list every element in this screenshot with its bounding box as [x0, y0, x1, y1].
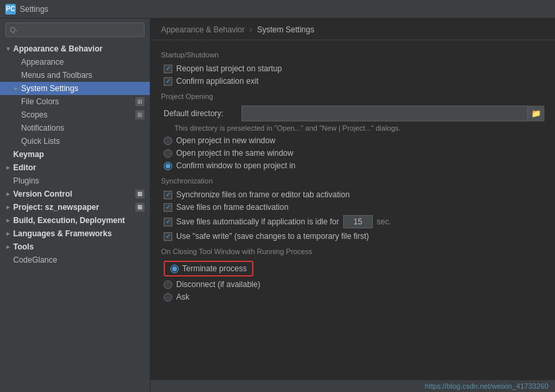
- sidebar-item-scopes[interactable]: Scopes ⊞: [0, 108, 150, 121]
- confirm-window-label: Confirm window to open project in: [176, 161, 296, 170]
- sidebar-item-tools[interactable]: ► Tools: [0, 240, 150, 253]
- save-frame-checkbox[interactable]: [164, 203, 172, 212]
- directory-input-wrap: 📁: [242, 106, 544, 121]
- sidebar-item-quick-lists[interactable]: Quick Lists: [0, 135, 150, 148]
- sidebar-item-keymap[interactable]: Keymap: [0, 148, 150, 161]
- ask-label: Ask: [176, 292, 189, 302]
- sidebar-item-version-control[interactable]: ► Version Control ⊞: [0, 187, 150, 201]
- safe-write-label: Use "safe write" (save changes to a temp…: [176, 232, 369, 241]
- terminate-process-radio[interactable]: [170, 265, 179, 273]
- directory-hint: This directory is preselected in "Open..…: [174, 124, 544, 132]
- search-box[interactable]: Q-: [5, 22, 145, 37]
- ask-row: Ask: [161, 292, 544, 302]
- synchronization-section: Synchronization Synchronize files on fra…: [161, 177, 544, 241]
- save-frame-row: Save files on frame deactivation: [161, 203, 544, 212]
- browse-button[interactable]: 📁: [527, 106, 544, 121]
- sidebar-item-menus-toolbars[interactable]: Menus and Toolbars: [0, 69, 150, 82]
- project-badge: ⊞: [135, 203, 145, 212]
- sidebar-item-system-settings[interactable]: ► System Settings: [0, 82, 150, 95]
- sidebar-item-codeglance[interactable]: CodeGlance: [0, 253, 150, 267]
- save-frame-label: Save files on frame deactivation: [176, 203, 288, 212]
- sync-frame-row: Synchronize files on frame or editor tab…: [161, 190, 544, 199]
- default-directory-label: Default directory:: [164, 109, 236, 118]
- confirm-exit-checkbox[interactable]: [164, 77, 172, 86]
- collapse-arrow: ▼: [5, 46, 13, 52]
- startup-shutdown-section: Startup/Shutdown Reopen last project on …: [161, 51, 544, 86]
- app-icon: PC: [5, 4, 16, 15]
- project-opening-section: Project Opening Default directory: 📁 Thi…: [161, 92, 544, 170]
- version-control-badge: ⊞: [135, 189, 145, 199]
- search-input[interactable]: [20, 25, 140, 34]
- open-new-window-row: Open project in new window: [161, 136, 544, 145]
- sidebar-item-project[interactable]: ► Project: sz_newspaper ⊞: [0, 201, 150, 214]
- confirm-window-radio[interactable]: [164, 162, 172, 170]
- bottom-url-bar: https://blog.csdn.net/weixin_41733260: [150, 379, 555, 392]
- sidebar-item-notifications[interactable]: Notifications: [0, 121, 150, 135]
- save-idle-label: Save files automatically if application …: [176, 217, 339, 226]
- sidebar-item-languages-frameworks[interactable]: ► Languages & Frameworks: [0, 227, 150, 240]
- terminate-process-label: Terminate process: [182, 264, 247, 273]
- open-same-window-label: Open project in the same window: [176, 148, 293, 158]
- file-colors-badge: ⊞: [135, 97, 145, 106]
- default-directory-row: Default directory: 📁: [161, 106, 544, 121]
- folder-icon: 📁: [531, 109, 541, 118]
- reopen-last-row: Reopen last project on startup: [161, 64, 544, 73]
- bottom-url-text: https://blog.csdn.net/weixin_41733260: [425, 382, 548, 390]
- safe-write-checkbox[interactable]: [164, 232, 172, 241]
- title-bar: PC Settings: [0, 0, 555, 18]
- synchronization-title: Synchronization: [161, 177, 544, 185]
- sidebar-item-plugins[interactable]: Plugins: [0, 174, 150, 187]
- sidebar-item-editor[interactable]: ► Editor: [0, 161, 150, 174]
- settings-body: Startup/Shutdown Reopen last project on …: [150, 40, 555, 379]
- closing-tool-section: On Closing Tool Window with Running Proc…: [161, 247, 544, 302]
- title-bar-text: Settings: [20, 5, 48, 14]
- disconnect-label: Disconnect (if available): [176, 280, 260, 289]
- sync-frame-checkbox[interactable]: [164, 191, 172, 199]
- project-opening-title: Project Opening: [161, 92, 544, 100]
- sidebar-item-build-execution[interactable]: ► Build, Execution, Deployment: [0, 214, 150, 227]
- confirm-exit-row: Confirm application exit: [161, 77, 544, 86]
- search-icon: Q-: [10, 26, 18, 34]
- sidebar-tree: ▼ Appearance & Behavior Appearance Menus…: [0, 41, 150, 392]
- main-content: Q- ▼ Appearance & Behavior Appearance Me…: [0, 18, 555, 392]
- confirm-exit-label: Confirm application exit: [176, 77, 259, 86]
- confirm-window-row: Confirm window to open project in: [161, 161, 544, 170]
- scopes-badge: ⊞: [135, 110, 145, 119]
- breadcrumb: Appearance & Behavior › System Settings: [150, 18, 555, 40]
- sidebar-item-file-colors[interactable]: File Colors ⊞: [0, 95, 150, 108]
- startup-shutdown-title: Startup/Shutdown: [161, 51, 544, 59]
- closing-tool-title: On Closing Tool Window with Running Proc…: [161, 247, 544, 255]
- save-idle-checkbox[interactable]: [164, 218, 172, 226]
- open-same-window-radio[interactable]: [164, 149, 172, 158]
- terminate-process-row: Terminate process: [161, 261, 544, 277]
- disconnect-row: Disconnect (if available): [161, 280, 544, 289]
- sec-label: sec.: [377, 217, 391, 226]
- idle-seconds-input[interactable]: [343, 215, 373, 228]
- reopen-last-label: Reopen last project on startup: [176, 64, 282, 73]
- sidebar-item-appearance[interactable]: Appearance: [0, 55, 150, 69]
- reopen-last-checkbox[interactable]: [164, 65, 172, 73]
- disconnect-radio[interactable]: [164, 280, 172, 289]
- sidebar: Q- ▼ Appearance & Behavior Appearance Me…: [0, 18, 150, 392]
- sync-frame-label: Synchronize files on frame or editor tab…: [176, 190, 350, 199]
- safe-write-row: Use "safe write" (save changes to a temp…: [161, 232, 544, 241]
- open-new-window-radio[interactable]: [164, 137, 172, 145]
- ask-radio[interactable]: [164, 293, 172, 302]
- open-same-window-row: Open project in the same window: [161, 148, 544, 158]
- open-new-window-label: Open project in new window: [176, 136, 275, 145]
- save-idle-row: Save files automatically if application …: [161, 215, 544, 228]
- sidebar-item-appearance-behavior[interactable]: ▼ Appearance & Behavior: [0, 42, 150, 55]
- directory-input[interactable]: [242, 106, 544, 121]
- terminate-highlight-box: Terminate process: [164, 261, 253, 277]
- right-panel: Appearance & Behavior › System Settings …: [150, 18, 555, 392]
